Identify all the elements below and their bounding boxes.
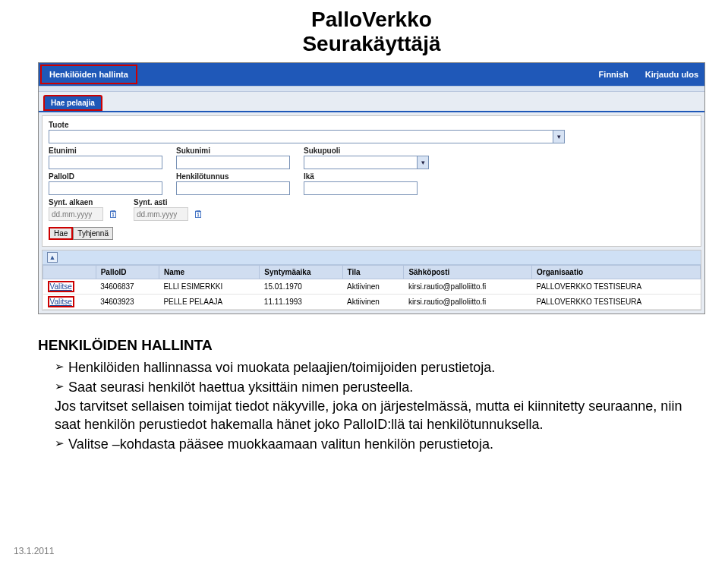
bullet-2: Saat seurasi henkilöt haettua yksittäin … (55, 378, 705, 433)
search-panel: Tuote ▾ Etunimi Sukunimi Sukupuoli (42, 115, 701, 247)
palloid-label: PalloID (49, 172, 162, 181)
bullet-1: Henkilöiden hallinnassa voi muokata pela… (55, 358, 705, 377)
lastname-input[interactable] (176, 156, 290, 169)
tab-search-players[interactable]: Hae pelaajia (43, 95, 102, 111)
table-row: Valitse 34603923 PELLE PELAAJA 11.11.199… (43, 295, 701, 310)
col-email[interactable]: Sähköposti (404, 266, 532, 279)
age-label: Ikä (304, 172, 418, 181)
chevron-down-icon[interactable]: ▾ (553, 130, 565, 143)
select-link[interactable]: Valitse (50, 282, 72, 291)
description-title: HENKILÖIDEN HALLINTA (38, 336, 705, 355)
footer-date: 13.1.2011 (14, 546, 54, 556)
col-name[interactable]: Name (159, 266, 259, 279)
product-select[interactable] (49, 130, 553, 143)
sub-tabs: Hae pelaajia (39, 92, 704, 112)
description-block: HENKILÖIDEN HALLINTA Henkilöiden hallinn… (38, 336, 705, 453)
select-link[interactable]: Valitse (50, 298, 72, 306)
calendar-icon[interactable]: 🗓 (106, 207, 120, 221)
app-window: Henkilöiden hallinta Finnish Kirjaudu ul… (38, 62, 705, 314)
firstname-label: Etunimi (49, 147, 162, 155)
tab-person-management[interactable]: Henkilöiden hallinta (40, 65, 137, 84)
heading-line2: Seurakäyttäjä (38, 32, 705, 56)
gender-select[interactable] (304, 156, 418, 169)
dob-from-label: Synt. alkaen (49, 198, 120, 206)
search-button[interactable]: Hae (49, 227, 73, 240)
lastname-label: Sukunimi (176, 147, 290, 155)
cell-palloid: 34606837 (96, 279, 159, 295)
top-nav-bar: Henkilöiden hallinta Finnish Kirjaudu ul… (39, 63, 704, 86)
col-org[interactable]: Organisaatio (532, 266, 701, 279)
cell-email: kirsi.rautio@palloliitto.fi (404, 279, 532, 295)
logout-link[interactable]: Kirjaudu ulos (639, 63, 704, 86)
bullet-3: Valitse –kohdasta pääsee muokkaamaan val… (55, 435, 705, 453)
col-dob[interactable]: Syntymäaika (260, 266, 342, 279)
col-select (43, 266, 96, 279)
ssn-input[interactable] (176, 181, 290, 195)
toolbar-strip (39, 86, 704, 92)
clear-button[interactable]: Tyhjennä (73, 227, 113, 240)
col-status[interactable]: Tila (342, 266, 404, 279)
col-palloid[interactable]: PalloID (96, 266, 159, 279)
results-panel: ▲ PalloID Name Syntymäaika Tila Sähköpos… (42, 250, 701, 310)
chevron-down-icon[interactable]: ▾ (417, 156, 429, 169)
gender-label: Sukupuoli (304, 147, 429, 155)
cell-dob: 15.01.1970 (260, 279, 342, 295)
heading-line1: PalloVerkko (38, 8, 705, 32)
dob-from-input[interactable] (49, 207, 103, 221)
age-input[interactable] (304, 181, 418, 195)
table-row: Valitse 34606837 ELLI ESIMERKKI 15.01.19… (43, 279, 701, 295)
cell-palloid: 34603923 (96, 295, 159, 310)
cell-status: Aktiivinen (342, 279, 404, 295)
cell-org: PALLOVERKKO TESTISEURA (532, 295, 701, 310)
product-label: Tuote (49, 121, 695, 129)
page-heading: PalloVerkko Seurakäyttäjä (38, 8, 705, 56)
cell-email: kirsi.rautio@palloliitto.fi (404, 295, 532, 310)
cell-status: Aktiivinen (342, 295, 404, 310)
calendar-icon[interactable]: 🗓 (191, 207, 205, 221)
dob-to-input[interactable] (134, 207, 188, 221)
language-selector[interactable]: Finnish (588, 63, 639, 86)
cell-name: ELLI ESIMERKKI (159, 279, 259, 295)
results-table: PalloID Name Syntymäaika Tila Sähköposti… (43, 265, 701, 310)
cell-org: PALLOVERKKO TESTISEURA (532, 279, 701, 295)
cell-dob: 11.11.1993 (260, 295, 342, 310)
dob-to-label: Synt. asti (134, 198, 205, 206)
firstname-input[interactable] (49, 156, 162, 169)
cell-name: PELLE PELAAJA (159, 295, 259, 310)
palloid-input[interactable] (49, 181, 162, 195)
ssn-label: Henkilötunnus (176, 172, 290, 181)
collapse-icon[interactable]: ▲ (47, 252, 58, 263)
